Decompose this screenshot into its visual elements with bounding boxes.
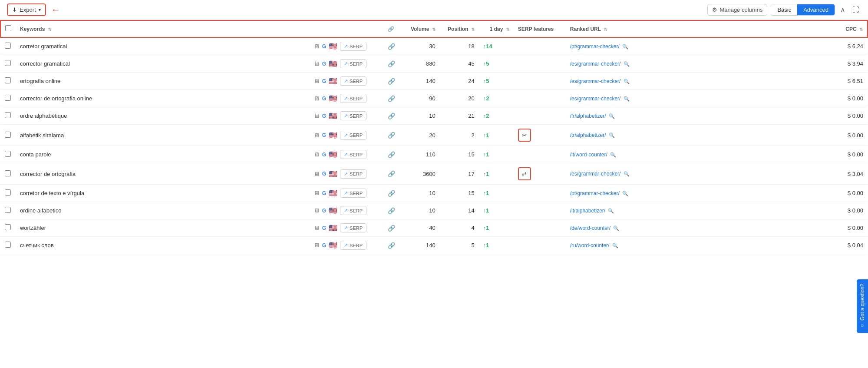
url-search-icon[interactable]: 🔍	[622, 44, 628, 49]
position-cell: 17	[440, 163, 479, 185]
manage-columns-label: Manage columns	[719, 7, 762, 13]
url-search-icon[interactable]: 🔍	[613, 225, 619, 231]
serp-button[interactable]: ↗ SERP	[340, 94, 366, 103]
row-checkbox-cell[interactable]	[0, 219, 16, 237]
ranked-url-link[interactable]: /pt/grammar-checker/	[570, 190, 620, 196]
row-checkbox[interactable]	[5, 207, 11, 213]
ranked-url-link[interactable]: /es/grammar-checker/	[570, 78, 621, 84]
view-basic-button[interactable]: Basic	[771, 4, 797, 15]
ranked-url-link[interactable]: /es/grammar-checker/	[570, 171, 621, 177]
row-checkbox[interactable]	[5, 60, 11, 66]
th-position[interactable]: Position ⇅	[440, 20, 479, 37]
ranked-url-link[interactable]: /es/grammar-checker/	[570, 61, 621, 67]
link-cell: 🔗	[383, 219, 401, 237]
serp-button[interactable]: ↗ SERP	[340, 59, 366, 68]
position-cell: 5	[440, 237, 479, 254]
serp-button[interactable]: ↗ SERP	[340, 131, 366, 140]
url-search-icon[interactable]: 🔍	[610, 152, 616, 157]
serp-button[interactable]: ↗ SERP	[340, 223, 366, 232]
ranked-url-link[interactable]: /fr/alphabetizer/	[570, 113, 606, 119]
row-checkbox-cell[interactable]	[0, 90, 16, 107]
url-search-icon[interactable]: 🔍	[624, 96, 630, 101]
manage-columns-button[interactable]: ⚙ Manage columns	[707, 4, 767, 16]
row-checkbox-cell[interactable]	[0, 146, 16, 163]
keyword-cell: ordre alphabétique	[16, 107, 310, 125]
serp-button[interactable]: ↗ SERP	[340, 42, 366, 51]
row-checkbox-cell[interactable]	[0, 202, 16, 219]
expand-button[interactable]: ⛶	[851, 4, 861, 16]
ranked-url-link[interactable]: /tr/alphabetizer/	[570, 132, 606, 138]
url-search-icon[interactable]: 🔍	[612, 243, 618, 248]
link-cell: 🔗	[383, 73, 401, 90]
th-one-day[interactable]: 1 day ⇅	[479, 20, 514, 37]
row-checkbox[interactable]	[5, 132, 11, 138]
row-checkbox-cell[interactable]	[0, 185, 16, 202]
th-select-all[interactable]	[0, 20, 16, 37]
url-search-icon[interactable]: 🔍	[609, 133, 615, 138]
serp-button[interactable]: ↗ SERP	[340, 206, 366, 215]
url-search-icon[interactable]: 🔍	[624, 61, 630, 66]
url-search-icon[interactable]: 🔍	[624, 171, 630, 176]
url-search-icon[interactable]: 🔍	[622, 191, 628, 196]
row-checkbox-cell[interactable]	[0, 125, 16, 146]
url-search-icon[interactable]: 🔍	[608, 208, 614, 213]
row-checkbox-cell[interactable]	[0, 163, 16, 185]
row-checkbox-cell[interactable]	[0, 73, 16, 90]
serp-button[interactable]: ↗ SERP	[340, 241, 366, 250]
row-checkbox[interactable]	[5, 151, 11, 157]
tools-cell: 🖥 G 🇺🇸 ↗ SERP	[310, 219, 383, 237]
monitor-icon: 🖥	[314, 132, 320, 139]
serp-feature-icon[interactable]: ✂	[518, 129, 531, 142]
table-row: corrector gramatical 🖥 G 🇺🇸 ↗ SERP 🔗 880…	[0, 55, 868, 73]
row-checkbox[interactable]	[5, 224, 11, 230]
row-checkbox-cell[interactable]	[0, 55, 16, 73]
serp-button[interactable]: ↗ SERP	[340, 76, 366, 86]
one-day-cell: ↑1	[479, 237, 514, 254]
volume-cell: 20	[401, 125, 440, 146]
table-row: wortzähler 🖥 G 🇺🇸 ↗ SERP 🔗 40 4 ↑1 /de/w…	[0, 219, 868, 237]
serp-button[interactable]: ↗ SERP	[340, 150, 366, 159]
ranked-url-link[interactable]: /ru/word-counter/	[570, 242, 610, 249]
monitor-icon: 🖥	[314, 207, 320, 214]
row-checkbox[interactable]	[5, 170, 11, 176]
ranked-url-link[interactable]: /it/alphabetizer/	[570, 208, 605, 214]
serp-label: SERP	[350, 171, 363, 176]
ranked-url-cell: /es/grammar-checker/ 🔍	[566, 73, 833, 90]
url-search-icon[interactable]: 🔍	[609, 113, 615, 119]
ranked-url-link[interactable]: /es/grammar-checker/	[570, 96, 621, 102]
row-checkbox-cell[interactable]	[0, 37, 16, 55]
view-advanced-button[interactable]: Advanced	[797, 4, 835, 15]
row-checkbox-cell[interactable]	[0, 107, 16, 125]
ranked-url-link[interactable]: /de/word-counter/	[570, 225, 611, 231]
row-checkbox[interactable]	[5, 112, 11, 118]
row-checkbox[interactable]	[5, 43, 11, 49]
collapse-button[interactable]: ∧	[838, 4, 847, 16]
serp-button[interactable]: ↗ SERP	[340, 189, 366, 198]
export-button[interactable]: ⬇ Export ▾	[7, 3, 46, 16]
volume-cell: 90	[401, 90, 440, 107]
serp-button[interactable]: ↗ SERP	[340, 169, 366, 179]
flag-icon: 🇺🇸	[329, 77, 337, 85]
position-cell: 18	[440, 37, 479, 55]
position-cell: 15	[440, 146, 479, 163]
ranked-url-link[interactable]: /it/word-counter/	[570, 152, 607, 158]
row-checkbox[interactable]	[5, 95, 11, 101]
row-checkbox[interactable]	[5, 242, 11, 248]
serp-button[interactable]: ↗ SERP	[340, 111, 366, 120]
th-volume[interactable]: Volume ⇅	[401, 20, 440, 37]
volume-cell: 3600	[401, 163, 440, 185]
select-all-checkbox[interactable]	[5, 25, 11, 31]
cpc-cell: $ 0.04	[833, 237, 868, 254]
row-checkbox[interactable]	[5, 189, 11, 196]
th-ranked-url[interactable]: Ranked URL ⇅	[566, 20, 833, 37]
serp-feature-icon[interactable]: ⇄	[518, 167, 531, 180]
url-search-icon[interactable]: 🔍	[624, 79, 630, 84]
ranked-url-link[interactable]: /pt/grammar-checker/	[570, 43, 620, 50]
trend-icon: ↗	[344, 133, 348, 138]
th-cpc[interactable]: CPC ⇅	[833, 20, 868, 37]
row-checkbox[interactable]	[5, 77, 11, 83]
row-checkbox-cell[interactable]	[0, 237, 16, 254]
th-keywords[interactable]: Keywords ⇅	[16, 20, 310, 37]
cpc-cell: $ 6.24	[833, 37, 868, 55]
volume-cell: 140	[401, 73, 440, 90]
